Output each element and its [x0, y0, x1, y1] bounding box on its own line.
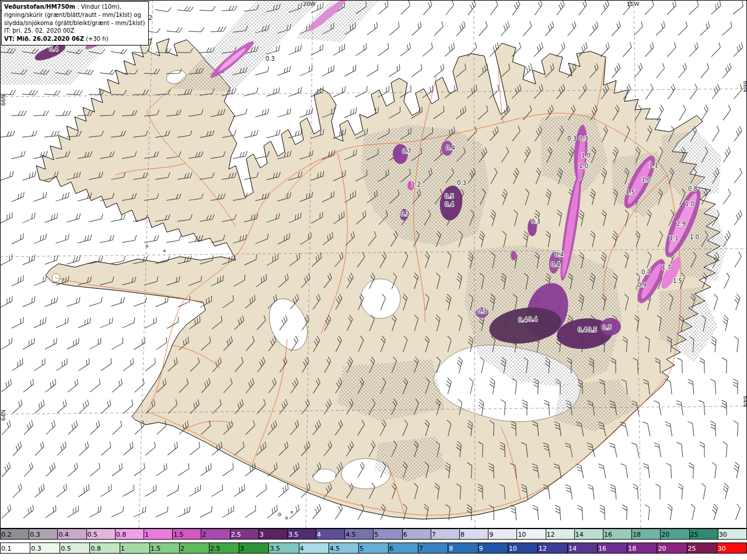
- colorbar-cell-label: 2: [180, 545, 184, 551]
- colorbar-cell: 0.5: [86, 529, 115, 539]
- colorbar-sleet-snow: 0.20.30.40.50.811.522.533.544.5567891012…: [0, 528, 747, 540]
- latitude-label: 64N: [0, 410, 6, 421]
- colorbar-cell-label: 12: [547, 531, 555, 537]
- colorbar-cell: 1.5: [172, 529, 201, 539]
- precip-value-label: 0.8: [688, 186, 697, 192]
- colorbar-cell: 4: [299, 543, 329, 553]
- precip-value-label: 1.7: [662, 264, 671, 271]
- colorbar-cell: 7: [431, 529, 459, 539]
- colorbar-cell-label: 14: [568, 545, 577, 551]
- colorbar-cell: 0.3: [29, 529, 57, 539]
- colorbar-cell-label: 1: [145, 531, 149, 537]
- model-name: Veðurstofan/HM750m: [4, 4, 75, 10]
- precip-value-label: 0.3: [477, 308, 487, 314]
- colorbar-cell: 10: [508, 543, 537, 553]
- colorbar-cell: 10: [516, 529, 545, 539]
- colorbar-cell-label: 8: [449, 545, 453, 551]
- valid-time-line: VT: Mið. 26.02.2020 06Z (+30 h): [4, 35, 145, 43]
- colorbar-cell: 30: [717, 543, 746, 553]
- precip-value-label: 1.1: [669, 235, 679, 242]
- precip-blob: [511, 251, 516, 260]
- colorbar-cell-label: 1.5: [173, 531, 184, 537]
- colorbar-cell-label: 9: [489, 531, 493, 537]
- precip-value-label: 0.9: [637, 282, 647, 288]
- colorbar-cell-label: 2: [202, 531, 206, 537]
- colorbar-cell: 0.5: [60, 543, 89, 553]
- legend-line-rain: rigning/skúrir (grænt/blátt/rautt - mm/1…: [4, 11, 145, 19]
- precip-value-label: 0.4: [446, 145, 455, 151]
- iceland-weather-map: 1.20.40.30.70.41.20.30.50.40.30.30.30.31…: [0, 0, 747, 528]
- precip-value-label: 1.5: [626, 189, 635, 195]
- colorbar-cell: 14: [567, 543, 597, 553]
- colorbar-cell-label: 0.8: [116, 531, 127, 537]
- colorbar-cell-label: 7: [419, 545, 423, 551]
- colorbar-cell: 0.1: [1, 543, 30, 553]
- latitude-label: 64N: [742, 396, 747, 407]
- colorbar-cell: 5: [373, 529, 402, 539]
- colorbar-cell-label: 5: [374, 531, 378, 537]
- colorbar-cell-label: 6: [389, 545, 393, 551]
- precip-value-label: 0.3: [400, 211, 410, 217]
- colorbar-cell-label: 10: [509, 545, 517, 551]
- colorbar-cell: 0.8: [115, 529, 144, 539]
- precip-value-label: 0.3: [567, 135, 577, 142]
- title-box: Veðurstofan/HM750m : Vindur (10m), rigni…: [1, 1, 149, 46]
- colorbars: 0.20.30.40.50.811.522.533.544.5567891012…: [0, 528, 747, 556]
- colorbar-cell: 8: [448, 543, 477, 553]
- colorbar-cell: 12: [537, 543, 567, 553]
- colorbar-cell: 18: [631, 529, 660, 539]
- colorbar-cell: 2: [201, 529, 229, 539]
- init-time-value: þri. 25. 02. 2020 00Z: [11, 27, 74, 34]
- latitude-label: 66N: [742, 80, 747, 92]
- precip-value-label: 0.7: [402, 148, 411, 155]
- colorbar-cell-label: 0.8: [90, 545, 101, 551]
- colorbar-cell: 3.5: [268, 543, 298, 553]
- colorbar-cell-label: 0.3: [30, 531, 40, 537]
- model-subtitle: : Vindur (10m),: [75, 4, 121, 10]
- colorbar-cell-label: 2.5: [210, 545, 221, 551]
- colorbar-cell-label: 25: [690, 531, 699, 537]
- colorbar-cell: 5: [358, 543, 388, 553]
- precip-value-label: 0.4: [518, 317, 528, 323]
- colorbar-cell: 3: [239, 543, 268, 553]
- colorbar-rain: 0.10.30.50.811.522.533.544.5567891012141…: [0, 542, 747, 554]
- colorbar-cell: 1: [120, 543, 149, 553]
- precip-value-label: 1.0: [579, 163, 588, 169]
- colorbar-cell: 2: [179, 543, 209, 553]
- colorbar-cell-label: 9: [479, 545, 483, 551]
- precip-value-label: 0.3: [457, 180, 466, 186]
- colorbar-cell-label: 0.3: [31, 545, 41, 551]
- precip-value-label: 0.3: [531, 218, 540, 225]
- colorbar-cell: 4: [316, 529, 344, 539]
- precip-value-label: 1.0: [581, 152, 591, 159]
- colorbar-cell: 18: [627, 543, 657, 553]
- precip-value-label: 1.1: [649, 162, 658, 169]
- precip-value-label: 1.2: [411, 181, 421, 188]
- colorbar-cell-label: 20: [661, 531, 669, 537]
- colorbar-cell: 9: [488, 529, 516, 539]
- colorbar-cell: 30: [718, 529, 746, 539]
- colorbar-cell: 3.5: [287, 529, 316, 539]
- colorbar-cell: 16: [603, 529, 631, 539]
- colorbar-cell-label: 4: [300, 545, 304, 551]
- colorbar-cell-label: 6: [403, 531, 407, 537]
- colorbar-cell: 6: [388, 543, 418, 553]
- colorbar-cell-label: 8: [460, 531, 465, 537]
- colorbar-cell-label: 3: [240, 545, 244, 551]
- valid-time-extra: (+30 h): [84, 36, 109, 42]
- colorbar-cell: 25: [689, 529, 718, 539]
- longitude-label: 15W: [627, 1, 640, 7]
- precip-value-label: 0.4: [528, 316, 537, 323]
- colorbar-cell-label: 16: [604, 531, 612, 537]
- colorbar-cell-label: 16: [598, 545, 606, 551]
- colorbar-cell: 2.5: [209, 543, 239, 553]
- colorbar-cell-label: 3: [260, 531, 264, 537]
- colorbar-cell: 4.5: [329, 543, 358, 553]
- colorbar-cell: 20: [660, 529, 689, 539]
- colorbar-cell-label: 1.5: [151, 545, 161, 551]
- colorbar-cell: 1: [144, 529, 172, 539]
- precip-value-label: 0.4: [551, 261, 560, 268]
- colorbar-cell: 12: [546, 529, 574, 539]
- colorbar-cell-label: 30: [718, 545, 726, 551]
- colorbar-cell: 2.5: [230, 529, 259, 539]
